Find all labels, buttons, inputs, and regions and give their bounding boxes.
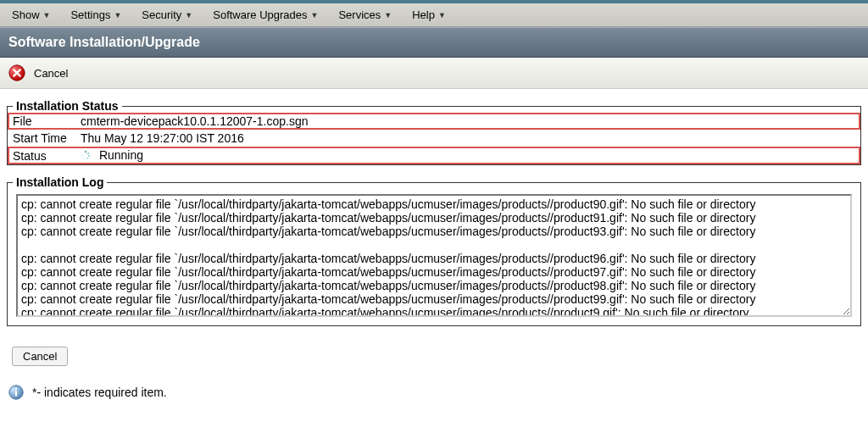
- status-file-row: File cmterm-devicepack10.0.1.12007-1.cop…: [8, 113, 860, 130]
- status-status-value: Running: [99, 148, 143, 162]
- installation-status-table: File cmterm-devicepack10.0.1.12007-1.cop…: [8, 113, 860, 164]
- menubar: Show ▼ Settings ▼ Security ▼ Software Up…: [0, 3, 868, 27]
- cancel-button[interactable]: Cancel: [12, 347, 68, 366]
- menu-security[interactable]: Security ▼: [136, 7, 198, 23]
- status-status-row: Status Running: [8, 147, 860, 164]
- footer-note-text: *- indicates required item.: [32, 386, 167, 399]
- svg-rect-9: [15, 391, 17, 396]
- svg-point-6: [81, 156, 82, 157]
- menu-security-label: Security: [142, 8, 181, 21]
- footer-note: *- indicates required item.: [0, 380, 868, 408]
- svg-point-1: [85, 151, 86, 153]
- svg-point-2: [87, 153, 89, 154]
- menu-show[interactable]: Show ▼: [7, 7, 55, 23]
- status-start-row: Start Time Thu May 12 19:27:00 IST 2016: [8, 130, 860, 147]
- installation-status-legend: Installation Status: [13, 99, 122, 113]
- menu-software-upgrades[interactable]: Software Upgrades ▼: [208, 7, 323, 23]
- info-icon: [7, 383, 25, 402]
- menu-help-label: Help: [412, 8, 435, 21]
- menu-services-label: Services: [338, 8, 381, 21]
- svg-point-4: [86, 158, 88, 159]
- svg-point-8: [15, 388, 18, 391]
- status-file-label: File: [8, 113, 75, 130]
- status-file-value: cmterm-devicepack10.0.1.12007-1.cop.sgn: [75, 113, 860, 130]
- toolbar: Cancel: [0, 58, 868, 89]
- installation-status-section: Installation Status File cmterm-devicepa…: [7, 99, 861, 165]
- menu-services[interactable]: Services ▼: [333, 7, 397, 23]
- installation-log-section: Installation Log cp: cannot create regul…: [7, 175, 861, 326]
- page-title-text: Software Installation/Upgrade: [8, 35, 200, 49]
- menu-settings[interactable]: Settings ▼: [65, 7, 126, 23]
- menu-software-upgrades-label: Software Upgrades: [213, 8, 307, 21]
- spinner-icon: [81, 149, 91, 163]
- chevron-down-icon: ▼: [43, 11, 51, 19]
- menu-help[interactable]: Help ▼: [407, 7, 451, 23]
- chevron-down-icon: ▼: [185, 11, 192, 19]
- page-title: Software Installation/Upgrade: [0, 27, 868, 58]
- status-status-label: Status: [8, 147, 75, 164]
- cancel-icon[interactable]: [7, 63, 27, 83]
- chevron-down-icon: ▼: [384, 11, 392, 19]
- menu-show-label: Show: [12, 8, 40, 21]
- toolbar-cancel-label[interactable]: Cancel: [34, 67, 68, 80]
- status-start-value: Thu May 12 19:27:00 IST 2016: [75, 130, 860, 147]
- chevron-down-icon: ▼: [438, 11, 446, 19]
- installation-log-legend: Installation Log: [13, 175, 107, 189]
- svg-point-3: [88, 155, 90, 157]
- menu-settings-label: Settings: [70, 8, 110, 21]
- status-start-label: Start Time: [8, 130, 75, 147]
- chevron-down-icon: ▼: [311, 11, 319, 19]
- installation-log-textarea[interactable]: cp: cannot create regular file `/usr/loc…: [16, 194, 852, 317]
- chevron-down-icon: ▼: [114, 11, 121, 19]
- svg-point-5: [83, 158, 85, 159]
